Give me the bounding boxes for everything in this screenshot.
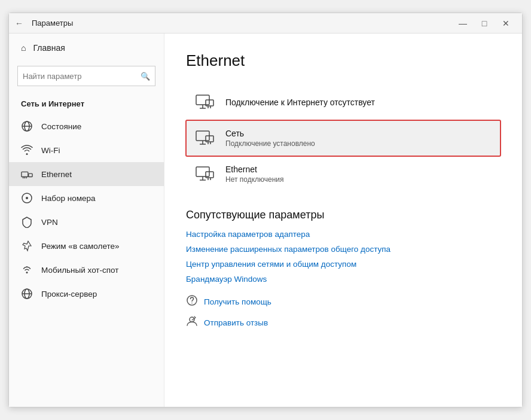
svg-rect-4 — [29, 174, 32, 176]
back-button[interactable]: ← — [15, 19, 23, 28]
status-icon — [21, 120, 33, 132]
related-link[interactable]: Центр управления сетями и общим доступом — [186, 260, 501, 269]
network-item-no-internet[interactable]: Подключение к Интернету отсутствует — [186, 84, 501, 120]
svg-point-34 — [191, 303, 193, 304]
home-label: Главная — [33, 43, 65, 53]
sidebar-item-ethernet[interactable]: Ethernet — [9, 162, 164, 186]
related-link[interactable]: Брандмауэр Windows — [186, 275, 501, 284]
sidebar-section-title: Сеть и Интернет — [9, 95, 164, 114]
related-links: Настройка параметров адаптераИзменение р… — [186, 230, 501, 284]
home-icon: ⌂ — [21, 43, 26, 53]
network-item-name: Сеть — [225, 129, 315, 138]
sidebar-item-dialup[interactable]: Набор номера — [9, 186, 164, 210]
sidebar-item-label: Мобильный хот-спот — [41, 266, 118, 275]
hotspot-icon — [21, 264, 33, 276]
ethernet-icon — [21, 168, 33, 180]
vpn-icon — [21, 216, 33, 228]
network-item-icon — [194, 127, 216, 149]
network-item-name: Ethernet — [225, 165, 284, 174]
help-item-label: Отправить отзыв — [204, 318, 268, 327]
network-item-status: Нет подключения — [225, 175, 284, 184]
sidebar-item-label: VPN — [41, 218, 58, 227]
window-controls: — □ ✕ — [453, 15, 516, 32]
sidebar-item-wifi[interactable]: Wi-Fi — [9, 138, 164, 162]
sidebar-item-label: Режим «в самолете» — [41, 242, 120, 251]
feedback-icon — [186, 315, 198, 330]
close-button[interactable]: ✕ — [496, 15, 516, 32]
related-link[interactable]: Настройка параметров адаптера — [186, 230, 501, 239]
sidebar-item-vpn[interactable]: VPN — [9, 210, 164, 234]
help-items: Получить помощь Отправить отзыв — [186, 294, 501, 330]
main-content: ⌂ Главная 🔍 Сеть и Интернет Состояние — [9, 34, 522, 407]
related-section-header: Сопутствующие параметры — [186, 209, 501, 221]
sidebar-item-label: Набор номера — [41, 194, 96, 203]
help-item-label: Получить помощь — [204, 297, 271, 306]
related-link[interactable]: Изменение расширенных параметров общего … — [186, 245, 501, 254]
sidebar-item-label: Wi-Fi — [41, 146, 60, 155]
help-item-help[interactable]: Получить помощь — [186, 294, 501, 309]
proxy-icon — [21, 288, 33, 300]
svg-rect-3 — [22, 172, 28, 176]
search-box: 🔍 — [17, 66, 155, 86]
sidebar-item-label: Состояние — [41, 122, 81, 131]
sidebar-item-label: Прокси-сервер — [41, 290, 97, 299]
sidebar: ⌂ Главная 🔍 Сеть и Интернет Состояние — [9, 34, 164, 407]
main-window: ← Параметры — □ ✕ ⌂ Главная 🔍 Сеть и Инт… — [8, 13, 523, 407]
sidebar-item-hotspot[interactable]: Мобильный хот-спот — [9, 258, 164, 282]
page-title: Ethernet — [186, 51, 501, 70]
dialup-icon — [21, 192, 33, 204]
help-icon — [186, 294, 198, 309]
network-list: Подключение к Интернету отсутствует Сеть… — [186, 84, 501, 192]
network-item-name: Подключение к Интернету отсутствует — [225, 98, 375, 107]
network-item-icon — [194, 163, 216, 185]
sidebar-home-button[interactable]: ⌂ Главная — [9, 34, 164, 62]
titlebar: ← Параметры — □ ✕ — [9, 13, 522, 34]
search-input[interactable] — [23, 72, 141, 81]
search-icon: 🔍 — [141, 72, 150, 81]
sidebar-item-airplane[interactable]: Режим «в самолете» — [9, 234, 164, 258]
airplane-icon — [21, 240, 33, 252]
svg-point-10 — [26, 197, 28, 199]
network-item-set[interactable]: Сеть Подключение установлено — [186, 120, 501, 156]
content-area: Ethernet Подключение к Интернету отсутст… — [164, 34, 522, 407]
sidebar-item-status[interactable]: Состояние — [9, 114, 164, 138]
sidebar-item-proxy[interactable]: Прокси-сервер — [9, 282, 164, 306]
network-item-status: Подключение установлено — [225, 139, 315, 148]
sidebar-item-label: Ethernet — [41, 170, 72, 179]
wifi-icon — [21, 144, 33, 156]
svg-point-35 — [190, 317, 194, 322]
maximize-button[interactable]: □ — [474, 15, 495, 32]
network-item-ethernet2[interactable]: Ethernet Нет подключения — [186, 156, 501, 192]
help-item-feedback[interactable]: Отправить отзыв — [186, 315, 501, 330]
network-item-icon — [194, 92, 216, 113]
minimize-button[interactable]: — — [453, 15, 473, 32]
window-title: Параметры — [32, 19, 453, 28]
